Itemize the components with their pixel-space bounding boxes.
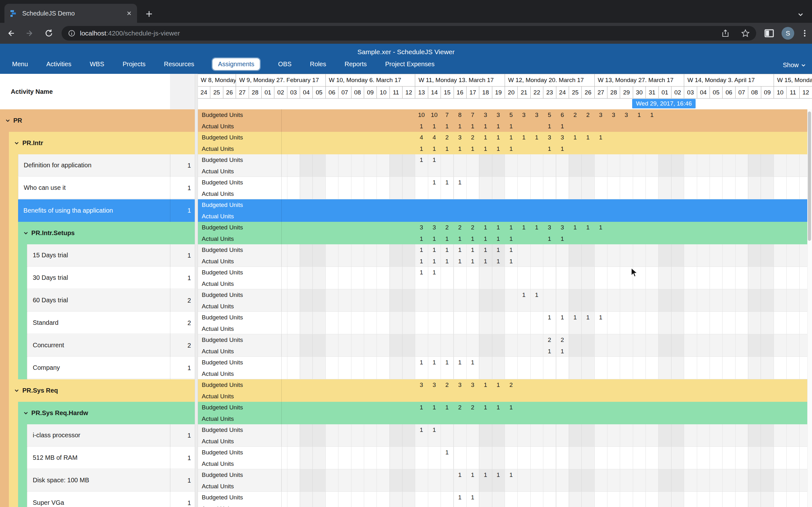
activity-row[interactable]: Who can use it1111Budgeted UnitsActual U… [0,177,812,199]
value-column-divider [170,424,170,447]
activity-leaf-box[interactable]: 60 Days trial [27,289,195,312]
actual-units-label: Actual Units [197,301,281,312]
activity-row[interactable]: 15 Days trial11111111111111111Budgeted U… [0,244,812,267]
row-label-overlay: Budgeted UnitsActual Units [197,199,282,222]
activity-row-left: Super VGa1 [0,492,195,507]
panel-splitter[interactable] [195,74,198,507]
activity-row[interactable]: PR.Intr4423211111331111111111111Budgeted… [0,132,812,154]
activity-row[interactable]: Benefits of using tha application1Budget… [0,199,812,222]
weekend-band [390,244,415,267]
activity-leaf-box[interactable]: Super VGa [27,492,195,507]
activity-chart-row[interactable]: 11Budgeted UnitsActual Units [197,267,812,289]
activity-name-label: Activity Name [11,88,53,95]
activity-chart-row[interactable]: 1010787335335622333111111111111Budgeted … [197,109,812,132]
activity-row[interactable]: Definition for application111Budgeted Un… [0,154,812,177]
activity-row[interactable]: 60 Days trial211Budgeted UnitsActual Uni… [0,289,812,312]
activity-chart-row[interactable]: 3322211111331111111111111Budgeted UnitsA… [197,222,812,244]
activity-row[interactable]: Concurrent22211Budgeted UnitsActual Unit… [0,334,812,357]
page-title: Sample.xer - ScheduleJS Viewer [0,48,812,56]
collapse-chevron-icon[interactable] [23,410,29,416]
side-panel-icon[interactable] [764,29,774,38]
nav-tab-activities[interactable]: Activities [46,60,71,68]
activity-chart-row[interactable]: 11Budgeted UnitsActual Units [197,492,812,507]
activity-leaf-box[interactable]: 512 MB of RAM [27,447,195,469]
activity-leaf-box[interactable]: Company [27,357,195,379]
bookmark-star-icon[interactable] [741,29,750,38]
activity-row[interactable]: PR.Intr.Setups3322211111331111111111111B… [0,222,812,244]
activity-row[interactable]: Super VGa111Budgeted UnitsActual Units [0,492,812,507]
tab-strip-chevron-icon[interactable] [794,8,808,21]
unit-value: 1 [428,267,441,278]
activity-leaf-box[interactable]: Standard [27,312,195,334]
nav-tab-wbs[interactable]: WBS [90,60,104,68]
vertical-scrollbar-thumb[interactable] [808,112,811,241]
nav-tab-roles[interactable]: Roles [310,60,326,68]
tab-close-icon[interactable] [126,10,132,16]
address-bar[interactable]: localhost:4200/schedule-js-viewer [61,26,756,41]
back-icon[interactable] [3,25,19,42]
nav-tab-menu[interactable]: Menu [12,60,28,68]
collapse-chevron-icon[interactable] [14,388,19,393]
unit-value: 1 [441,256,453,267]
activity-row[interactable]: Disk space: 100 MB111111Budgeted UnitsAc… [0,469,812,492]
activity-leaf-box[interactable]: Who can use it [18,177,195,199]
activity-row[interactable]: i-class processor111Budgeted UnitsActual… [0,424,812,447]
kebab-menu-icon[interactable] [801,29,809,38]
nav-tab-obs[interactable]: OBS [278,60,292,68]
forward-icon[interactable] [21,25,38,42]
activity-row[interactable]: PR.Sys Req33233112Budgeted UnitsActual U… [0,379,812,402]
activity-chart-row[interactable]: 11122111Budgeted UnitsActual Units [197,402,812,424]
activity-leaf-box[interactable]: Benefits of using tha application [18,199,195,222]
reload-icon[interactable] [41,25,57,42]
nav-tab-reports[interactable]: Reports [345,60,367,68]
browser-tab[interactable]: ScheduleJS Demo [4,4,137,23]
budgeted-units-label: Budgeted Units [197,312,281,323]
activity-chart-row[interactable]: 11Budgeted UnitsActual Units [197,424,812,447]
site-info-icon[interactable] [68,30,75,37]
activity-leaf-box[interactable]: 15 Days trial [27,244,195,267]
week-header-cell: W 15, Monday 10. April 17 [774,74,812,87]
hierarchy-strip [18,357,27,379]
activity-chart-row[interactable]: 11111Budgeted UnitsActual Units [197,357,812,379]
activity-chart-row[interactable]: 2211Budgeted UnitsActual Units [197,334,812,357]
activity-chart-row[interactable]: 11111Budgeted UnitsActual Units [197,312,812,334]
avatar[interactable]: S [781,27,794,40]
collapse-chevron-icon[interactable] [14,140,19,146]
share-icon[interactable] [721,29,729,38]
url-text[interactable]: localhost:4200/schedule-js-viewer [80,30,180,37]
activity-leaf-box[interactable]: 30 Days trial [27,267,195,289]
nav-tab-projects[interactable]: Projects [123,60,146,68]
activity-row[interactable]: PR1010787335335622333111111111111Budgete… [0,109,812,132]
activity-leaf-box[interactable]: Disk space: 100 MB [27,469,195,492]
day-header-cell: 12 [402,86,415,99]
activity-chart-row[interactable]: 1111111111111111Budgeted UnitsActual Uni… [197,244,812,267]
activity-value: 1 [171,244,191,267]
activity-chart-row[interactable]: 11111Budgeted UnitsActual Units [197,469,812,492]
activity-leaf-box[interactable]: Definition for application [18,154,195,176]
row-label-overlay: Budgeted UnitsActual Units [197,402,282,424]
collapse-chevron-icon[interactable] [23,230,29,236]
activity-leaf-box[interactable]: i-class processor [27,424,195,447]
weekend-band [658,312,684,334]
activity-row[interactable]: Standard211111Budgeted UnitsActual Units [0,312,812,334]
activity-chart-row[interactable]: 111Budgeted UnitsActual Units [197,177,812,199]
show-dropdown[interactable]: Show [783,61,806,69]
new-tab-icon[interactable] [142,7,156,21]
activity-chart-row[interactable]: 4423211111331111111111111Budgeted UnitsA… [197,132,812,154]
activity-chart-row[interactable]: Budgeted UnitsActual Units [197,199,812,222]
activity-chart-row[interactable]: 11Budgeted UnitsActual Units [197,154,812,177]
activity-row[interactable]: PR.Sys Req.Hardw11122111Budgeted UnitsAc… [0,402,812,424]
activity-row[interactable]: 30 Days trial111Budgeted UnitsActual Uni… [0,267,812,289]
weekend-band [479,289,505,312]
activity-row[interactable]: Company111111Budgeted UnitsActual Units [0,357,812,379]
collapse-chevron-icon[interactable] [5,118,10,123]
nav-tab-project-expenses[interactable]: Project Expenses [385,60,435,68]
activity-row[interactable]: 512 MB of RAM11Budgeted UnitsActual Unit… [0,447,812,469]
nav-tab-resources[interactable]: Resources [164,60,194,68]
activity-leaf-box[interactable]: Concurrent [27,334,195,356]
activity-chart-row[interactable]: 33233112Budgeted UnitsActual Units [197,379,812,402]
activity-chart-row[interactable]: 1Budgeted UnitsActual Units [197,447,812,469]
nav-tab-assignments[interactable]: Assignments [212,58,260,70]
unit-value: 1 [556,346,569,357]
activity-chart-row[interactable]: 11Budgeted UnitsActual Units [197,289,812,312]
